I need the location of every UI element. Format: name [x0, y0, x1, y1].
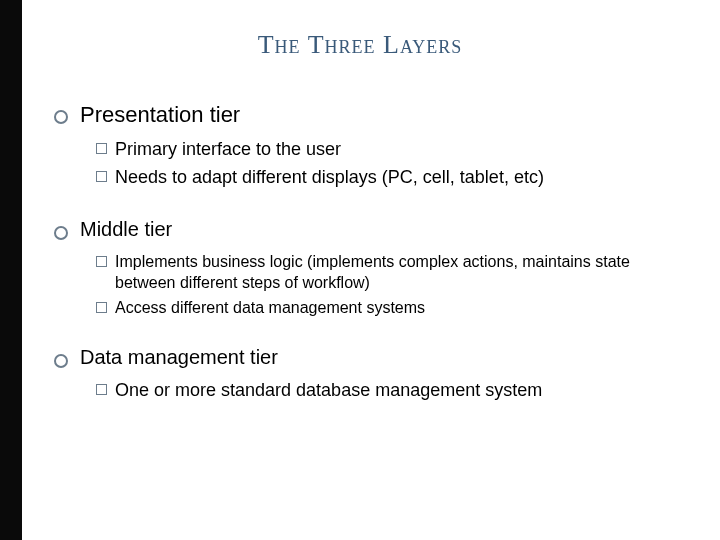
list-item-text: Implements business logic (implements co… [115, 251, 688, 293]
ring-bullet-icon [54, 110, 68, 124]
section-data-management-tier: Data management tier One or more standar… [32, 346, 688, 403]
section-heading: Data management tier [80, 346, 278, 369]
section-heading-row: Presentation tier [32, 102, 688, 128]
section-presentation-tier: Presentation tier Primary interface to t… [32, 102, 688, 190]
square-bullet-icon [96, 302, 107, 313]
sub-list: One or more standard database management… [32, 379, 688, 403]
slide: The Three Layers Presentation tier Prima… [0, 0, 720, 540]
list-item: Access different data management systems [96, 297, 688, 318]
list-item: Primary interface to the user [96, 138, 688, 162]
list-item-text: Access different data management systems [115, 297, 425, 318]
square-bullet-icon [96, 171, 107, 182]
left-black-strip [0, 0, 22, 540]
list-item-text: Primary interface to the user [115, 138, 341, 162]
section-heading: Middle tier [80, 218, 172, 241]
slide-title: The Three Layers [32, 30, 688, 60]
sub-list: Primary interface to the user Needs to a… [32, 138, 688, 190]
sub-list: Implements business logic (implements co… [32, 251, 688, 318]
list-item: One or more standard database management… [96, 379, 688, 403]
ring-bullet-icon [54, 354, 68, 368]
square-bullet-icon [96, 143, 107, 154]
section-heading: Presentation tier [80, 102, 240, 128]
list-item-text: Needs to adapt different displays (PC, c… [115, 166, 544, 190]
section-middle-tier: Middle tier Implements business logic (i… [32, 218, 688, 318]
ring-bullet-icon [54, 226, 68, 240]
section-heading-row: Middle tier [32, 218, 688, 241]
list-item: Implements business logic (implements co… [96, 251, 688, 293]
square-bullet-icon [96, 256, 107, 267]
list-item: Needs to adapt different displays (PC, c… [96, 166, 688, 190]
section-heading-row: Data management tier [32, 346, 688, 369]
square-bullet-icon [96, 384, 107, 395]
list-item-text: One or more standard database management… [115, 379, 542, 403]
